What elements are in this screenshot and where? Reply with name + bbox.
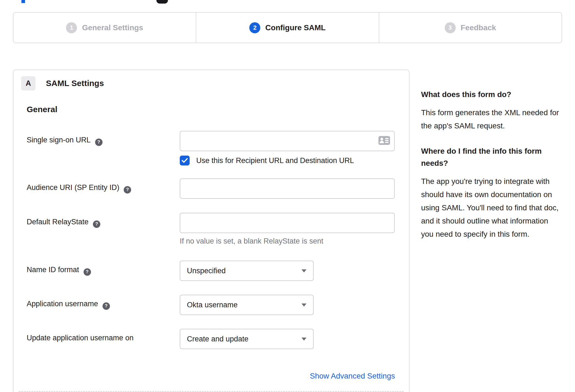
update-application-username-label: Update application username on xyxy=(27,329,180,349)
application-username-label: Application username? xyxy=(27,295,180,315)
default-relaystate-row: Default RelayState? If no value is set, … xyxy=(27,213,395,245)
general-group-heading: General xyxy=(27,105,57,114)
default-relaystate-input[interactable] xyxy=(180,213,395,233)
contact-card-icon[interactable] xyxy=(378,136,390,146)
step-number-badge: 3 xyxy=(445,22,456,33)
panel-title: SAML Settings xyxy=(46,79,104,88)
help-sidebar: What does this form do? This form genera… xyxy=(421,89,562,241)
single-sign-on-url-input[interactable] xyxy=(180,131,395,151)
help-icon[interactable]: ? xyxy=(103,302,110,310)
help-icon[interactable]: ? xyxy=(124,186,131,194)
panel-header: A SAML Settings xyxy=(21,76,104,90)
recipient-url-checkbox[interactable] xyxy=(180,156,190,165)
help-q1-heading: What does this form do? xyxy=(421,89,562,101)
show-advanced-settings-link[interactable]: Show Advanced Settings xyxy=(310,372,395,380)
step-label: Feedback xyxy=(461,23,496,32)
name-id-format-row: Name ID format? Unspecified xyxy=(27,261,395,281)
application-username-row: Application username? Okta username xyxy=(27,295,395,315)
chevron-down-icon xyxy=(302,269,306,272)
chevron-down-icon xyxy=(302,338,306,341)
relaystate-hint: If no value is set, a blank RelayState i… xyxy=(180,237,395,245)
help-q1-body: This form generates the XML needed for t… xyxy=(421,106,562,132)
default-relaystate-label: Default RelayState? xyxy=(27,213,180,245)
page-title-fragment xyxy=(21,0,25,3)
help-icon[interactable]: ? xyxy=(95,139,103,146)
chevron-down-icon xyxy=(302,303,306,307)
help-icon[interactable]: ? xyxy=(93,220,100,228)
page-title-fragment xyxy=(156,0,168,4)
step-number-badge: 2 xyxy=(249,22,260,33)
update-application-username-row: Update application username on Create an… xyxy=(27,329,395,349)
audience-uri-label: Audience URI (SP Entity ID)? xyxy=(27,178,180,199)
update-application-username-value: Create and update xyxy=(187,335,248,343)
application-username-select[interactable]: Okta username xyxy=(180,295,314,315)
help-q2-heading: Where do I find the info this form needs… xyxy=(421,145,562,169)
update-application-username-select[interactable]: Create and update xyxy=(180,329,314,349)
wizard-stepper: 1 General Settings 2 Configure SAML 3 Fe… xyxy=(13,12,562,43)
recipient-url-checkbox-row: Use this for Recipient URL and Destinati… xyxy=(180,156,395,165)
audience-uri-row: Audience URI (SP Entity ID)? xyxy=(27,178,395,199)
step-configure-saml[interactable]: 2 Configure SAML xyxy=(196,13,378,43)
application-username-value: Okta username xyxy=(187,301,238,309)
help-q2-body: The app you're trying to integrate with … xyxy=(421,175,562,241)
step-feedback[interactable]: 3 Feedback xyxy=(379,13,562,43)
section-a-badge: A xyxy=(21,76,35,90)
audience-uri-input[interactable] xyxy=(180,178,395,199)
step-label: General Settings xyxy=(82,23,143,32)
advanced-settings-row: Show Advanced Settings xyxy=(27,372,395,380)
saml-settings-panel: A SAML Settings General Single sign-on U… xyxy=(13,70,410,392)
name-id-format-label: Name ID format? xyxy=(27,261,180,281)
recipient-url-checkbox-label[interactable]: Use this for Recipient URL and Destinati… xyxy=(196,156,354,165)
step-general-settings[interactable]: 1 General Settings xyxy=(13,13,196,43)
name-id-format-select[interactable]: Unspecified xyxy=(180,261,314,281)
step-number-badge: 1 xyxy=(66,22,77,33)
name-id-format-value: Unspecified xyxy=(187,267,226,275)
step-label: Configure SAML xyxy=(265,23,325,32)
single-sign-on-url-row: Single sign-on URL? xyxy=(27,131,395,165)
single-sign-on-url-label: Single sign-on URL? xyxy=(27,131,180,165)
help-icon[interactable]: ? xyxy=(84,268,91,276)
